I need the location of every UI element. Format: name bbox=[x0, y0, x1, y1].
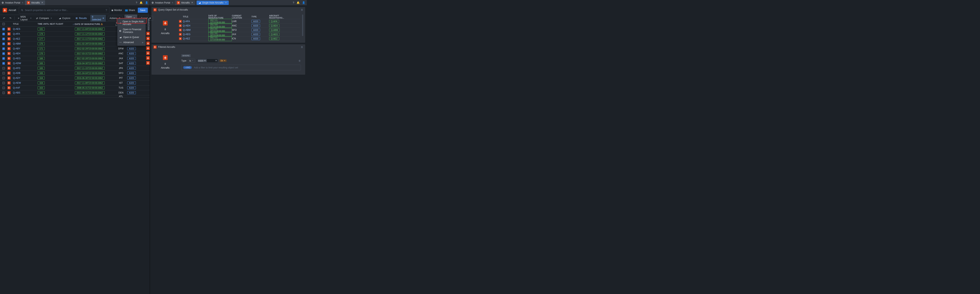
row-title[interactable]: Q-AEZ bbox=[183, 37, 190, 40]
remove-icon[interactable]: ✕ bbox=[204, 59, 206, 62]
monitor-button[interactable]: ◉Monitor bbox=[111, 9, 122, 11]
filter-kind-dropdown[interactable]: Str▼ bbox=[220, 59, 227, 62]
results-mode[interactable]: Results bbox=[74, 16, 88, 21]
portal-selector[interactable]: Aviation Portal ⇅ bbox=[2, 2, 23, 4]
row-title[interactable]: Q-ADW bbox=[13, 62, 21, 65]
close-icon[interactable]: ✕ bbox=[191, 2, 193, 4]
bell-icon[interactable]: 🔔 bbox=[140, 1, 143, 4]
row-title[interactable]: Q-AEG bbox=[183, 33, 191, 36]
openin-advanced[interactable]: ⋯ Advanced ▶ bbox=[118, 40, 146, 45]
help-icon[interactable]: ? bbox=[106, 9, 107, 12]
tab-single-aisle[interactable]: Single Aisle Aircrafts ✕ bbox=[197, 1, 229, 5]
tab-aircrafts[interactable]: Aircrafts ✕ bbox=[25, 0, 45, 5]
user-icon[interactable]: 👤 bbox=[145, 1, 148, 4]
row-title[interactable]: Q-AEH bbox=[183, 24, 190, 27]
col-dom[interactable]: DATE OF MANUFACTURE bbox=[75, 23, 100, 25]
selection-plane-icon[interactable] bbox=[146, 32, 150, 35]
table-row[interactable]: Q-AEH 2017-03-31T22:00:00.000 ANC A320 Q… bbox=[179, 24, 300, 28]
row-title[interactable]: Q-AES bbox=[13, 28, 20, 30]
table-row[interactable]: Q-ADY 164 2016-06-30T22:00:00.000Z PIT A… bbox=[0, 76, 150, 81]
compare-dropdown[interactable]: ⇄ Compare▼ bbox=[35, 16, 53, 21]
search-box[interactable]: ? bbox=[19, 7, 109, 14]
row-title[interactable]: Q-ADB bbox=[13, 72, 21, 75]
undo-button[interactable]: ↶ bbox=[2, 16, 6, 21]
help-icon[interactable]: ? bbox=[293, 1, 294, 4]
table-row[interactable]: Q-ADW 165 2016-04-30T22:00:00.000Z SAT A… bbox=[0, 61, 150, 66]
table-row[interactable]: Q-ADB 165 2021-04-04T22:00:00.000Z SFO A… bbox=[0, 71, 150, 76]
row-checkbox[interactable] bbox=[2, 38, 5, 40]
row-title[interactable]: Q-AFA bbox=[13, 33, 20, 35]
row-checkbox[interactable] bbox=[2, 57, 5, 60]
row-checkbox[interactable] bbox=[2, 77, 5, 79]
row-checkbox[interactable] bbox=[2, 82, 5, 84]
add-filter-row[interactable]: + AND Add a filter to limit your resulti… bbox=[181, 65, 301, 70]
row-title[interactable]: Q-AEG bbox=[13, 57, 21, 60]
table-row[interactable]: Q-AEG 2017-02-28T23:00:00.000 JAX A320 Q… bbox=[179, 32, 300, 37]
table-row[interactable]: Q-AEZ 2017-11-11T23:00:00.000 ICN A320 Q… bbox=[179, 37, 300, 41]
tab-aircrafts[interactable]: Aircrafts ✕ bbox=[175, 0, 195, 5]
row-title[interactable]: Q-AEH bbox=[13, 52, 21, 55]
row-checkbox[interactable] bbox=[2, 62, 5, 65]
close-icon[interactable]: ✕ bbox=[41, 2, 43, 4]
row-checkbox[interactable] bbox=[2, 87, 5, 89]
table-row[interactable]: Q-AAF 163 2008-05-31T22:00:00.000Z TUS A… bbox=[0, 86, 150, 91]
user-icon[interactable]: 👤 bbox=[302, 1, 305, 4]
selection-plane-icon[interactable] bbox=[146, 46, 150, 50]
clear-icon[interactable]: ✕ bbox=[215, 59, 217, 62]
selection-plane-icon[interactable] bbox=[146, 41, 150, 45]
layout-dropdown[interactable]: MSN Layout▼ bbox=[17, 15, 33, 22]
filter-field[interactable]: Type bbox=[181, 59, 186, 62]
selection-plane-icon[interactable] bbox=[146, 37, 150, 40]
clear-selection-icon[interactable]: ✕ bbox=[102, 17, 104, 20]
row-checkbox[interactable] bbox=[2, 67, 5, 70]
table-row[interactable]: Q-ABY 171 2012-02-29T23:00:00.000Z DFW A… bbox=[0, 46, 150, 51]
selection-plane-icon[interactable] bbox=[146, 56, 150, 60]
row-title[interactable]: Q-ABY bbox=[13, 47, 20, 50]
row-title[interactable]: Q-AAF bbox=[13, 86, 20, 89]
selection-chip[interactable]: 8 Selected ✕ bbox=[91, 15, 106, 22]
save-button[interactable]: Save bbox=[138, 8, 148, 13]
row-title[interactable]: Q-ABS bbox=[13, 91, 20, 94]
help-icon[interactable]: ? bbox=[136, 1, 137, 4]
col-tunf[interactable]: TIME UNTIL NEXT FLIGHT bbox=[38, 23, 73, 25]
trash-icon[interactable]: 🗑 bbox=[299, 59, 301, 62]
trash-icon[interactable]: 🗑 bbox=[301, 8, 303, 11]
row-checkbox[interactable] bbox=[2, 48, 5, 50]
table-row[interactable]: Q-ABS 161 2011-08-31T22:00:00.000Z DEN A… bbox=[0, 91, 150, 95]
filter-op-dropdown[interactable]: is▼ bbox=[188, 59, 195, 63]
table-row[interactable]: Q-AFA 2017-11-12T23:00:00.000 LHR A320 Q… bbox=[179, 19, 300, 24]
table-row[interactable]: Q-ABM 2011-02-28T23:00:00.000 SFO A320 Q… bbox=[179, 28, 300, 32]
row-title[interactable]: Q-ABM bbox=[183, 29, 191, 31]
select-all-checkbox[interactable] bbox=[2, 23, 5, 25]
share-button[interactable]: 👥Share bbox=[125, 9, 135, 11]
row-checkbox[interactable] bbox=[2, 28, 5, 30]
bell-icon[interactable]: 🔔 bbox=[296, 1, 300, 4]
col-title[interactable]: TITLE bbox=[12, 23, 38, 25]
row-checkbox[interactable] bbox=[2, 43, 5, 45]
row-checkbox[interactable] bbox=[2, 92, 5, 94]
table-row[interactable]: Q-AEH 170 2017-03-31T22:00:00.000Z ANC A… bbox=[0, 51, 150, 56]
and-chip[interactable]: + AND bbox=[183, 66, 192, 69]
openin-financial[interactable]: ◐ Open in Financial Forensics bbox=[118, 27, 146, 35]
scrollbar[interactable] bbox=[302, 14, 303, 36]
row-title[interactable]: Q-AFD bbox=[13, 67, 20, 70]
row-title[interactable]: Q-AFA bbox=[183, 20, 190, 23]
sort-icon[interactable]: ↓↑ bbox=[73, 23, 75, 25]
search-input[interactable] bbox=[25, 9, 104, 11]
table-row[interactable]: Q-AFD 165 2017-11-15T23:00:00.000Z JFK A… bbox=[0, 66, 150, 71]
row-title[interactable]: Q-AEZ bbox=[13, 37, 20, 40]
selection-vertical-label[interactable]: SELECTION bbox=[147, 18, 150, 30]
redo-button[interactable]: ↷ bbox=[8, 16, 13, 21]
row-checkbox[interactable] bbox=[2, 72, 5, 75]
filter-value-chip[interactable]: A320✕ bbox=[197, 59, 207, 62]
portal-selector[interactable]: Aviation Portal ⇅ bbox=[151, 2, 173, 4]
openin-single-aisle[interactable]: Open in Single Aisle Aircrafts bbox=[118, 19, 146, 27]
close-icon[interactable]: ✕ bbox=[225, 2, 227, 4]
row-title[interactable]: Q-ABM bbox=[13, 42, 21, 45]
openin-quiver[interactable]: Open in Quiver bbox=[118, 35, 146, 40]
trash-icon[interactable]: 🗑 bbox=[301, 46, 303, 48]
selection-plane-icon[interactable] bbox=[146, 51, 150, 55]
row-checkbox[interactable] bbox=[2, 33, 5, 35]
selection-plane-icon[interactable] bbox=[146, 61, 150, 65]
row-title[interactable]: Q-AEW bbox=[13, 81, 21, 84]
